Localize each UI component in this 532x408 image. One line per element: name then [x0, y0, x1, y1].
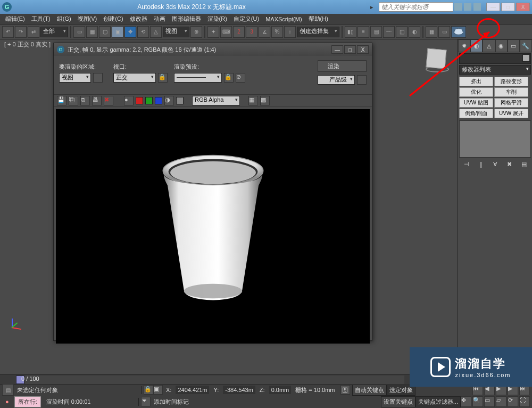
- menu-create[interactable]: 创建(C): [100, 15, 126, 23]
- spinner-snap-icon[interactable]: ↕: [284, 26, 296, 38]
- make-unique-icon[interactable]: ∀: [491, 160, 500, 168]
- tab-create-icon[interactable]: ✸: [458, 39, 470, 52]
- minimize-button[interactable]: —: [486, 3, 500, 11]
- render-production-icon[interactable]: [451, 26, 466, 38]
- nav-maximize-icon[interactable]: ⛶: [519, 396, 530, 407]
- preset-dropdown[interactable]: —————: [174, 73, 222, 83]
- overlay2-icon[interactable]: ▩: [260, 96, 270, 105]
- time-tag-icon[interactable]: ⏷: [141, 397, 151, 406]
- render-min-button[interactable]: —: [331, 45, 343, 54]
- preset-env-icon[interactable]: ⊘: [236, 73, 245, 83]
- undo-icon[interactable]: ↶: [2, 26, 14, 38]
- lock-selection-icon[interactable]: 🔒: [144, 385, 153, 395]
- keyboard-icon[interactable]: ⌨: [220, 26, 232, 38]
- swatch-red[interactable]: [136, 97, 143, 104]
- menu-animation[interactable]: 动画: [151, 15, 169, 23]
- render-titlebar[interactable]: G 正交, 帧 0, 显示 gamma: 2.2, RGBA 颜色 16 位/通…: [54, 43, 372, 56]
- search-icon[interactable]: [454, 3, 462, 11]
- production-dropdown[interactable]: 产品级: [318, 75, 355, 85]
- menu-graph[interactable]: 图形编辑器: [169, 15, 204, 23]
- redo-icon[interactable]: ↷: [15, 26, 27, 38]
- isolate-icon[interactable]: ▣: [153, 385, 163, 395]
- menu-help[interactable]: 帮助(H): [305, 15, 331, 23]
- swatch-green[interactable]: [145, 97, 153, 104]
- menu-customize[interactable]: 自定义(U): [230, 15, 262, 23]
- help-search-input[interactable]: [379, 2, 453, 12]
- nav-zoomext-icon[interactable]: ▭: [484, 396, 495, 407]
- keyfilter-button[interactable]: 关键点过滤器...: [415, 396, 461, 407]
- swatch-mono[interactable]: [176, 97, 184, 104]
- align-icon[interactable]: ≡: [358, 26, 369, 38]
- mod-pathdeform-button[interactable]: 路径变形: [494, 77, 528, 86]
- link-icon[interactable]: ⇄: [28, 26, 39, 38]
- viewcube[interactable]: [420, 45, 452, 77]
- setkey-button[interactable]: 设置关键点: [381, 396, 415, 407]
- render-frame-icon[interactable]: ▭: [438, 26, 450, 38]
- viewport-dropdown[interactable]: 正交: [113, 73, 156, 83]
- scale-icon[interactable]: △: [150, 26, 162, 38]
- mod-lathe-button[interactable]: 车削: [494, 87, 528, 97]
- maximize-button[interactable]: □: [501, 3, 515, 11]
- schematic-icon[interactable]: ◫: [396, 26, 408, 38]
- menu-group[interactable]: 组(G): [54, 15, 74, 23]
- render-button[interactable]: 渲染: [318, 60, 367, 72]
- filter-dropdown[interactable]: 全部: [40, 27, 68, 37]
- move-icon[interactable]: ✥: [124, 26, 136, 38]
- rotate-icon[interactable]: ⟲: [137, 26, 149, 38]
- key-lock-icon[interactable]: ⚿: [340, 385, 350, 395]
- object-name-field[interactable]: [459, 53, 531, 64]
- nav-fov-icon[interactable]: ▱: [496, 396, 506, 407]
- area-edit-icon[interactable]: [93, 73, 103, 83]
- nav-orbit-icon[interactable]: ⟳: [508, 396, 518, 407]
- select-region-icon[interactable]: ▢: [99, 26, 111, 38]
- alpha-icon[interactable]: ◑: [164, 96, 174, 105]
- channel-dropdown[interactable]: RGB Alpha: [192, 96, 240, 105]
- z-field[interactable]: 0.0mm: [269, 386, 292, 394]
- pivot-icon[interactable]: ⊕: [190, 26, 202, 38]
- tab-hierarchy-icon[interactable]: ◬: [483, 39, 495, 52]
- clone-frame-icon[interactable]: ⧉: [80, 96, 90, 105]
- render-max-button[interactable]: □: [344, 45, 356, 54]
- render-setup-icon[interactable]: ▦: [426, 26, 437, 38]
- mod-bevel-button[interactable]: 倒角/剖面: [459, 109, 493, 118]
- add-time-tag[interactable]: 添加时间标记: [151, 398, 192, 406]
- clear-icon[interactable]: ✖: [104, 96, 113, 105]
- tab-modify-icon[interactable]: ◐: [470, 39, 483, 52]
- object-color-swatch[interactable]: [522, 54, 530, 62]
- mod-uvwmap-button[interactable]: UVW 贴图: [459, 98, 493, 108]
- tab-display-icon[interactable]: ▭: [508, 39, 520, 52]
- mod-unwrap-button[interactable]: UVW 展开: [494, 109, 528, 118]
- show-result-icon[interactable]: ‖: [477, 160, 485, 168]
- snap3d-icon[interactable]: 3: [246, 26, 257, 38]
- nav-zoom-icon[interactable]: 🔍: [472, 396, 483, 407]
- snap2d-icon[interactable]: 2: [233, 26, 245, 38]
- curve-editor-icon[interactable]: 〰: [383, 26, 395, 38]
- layers-icon[interactable]: ▤: [370, 26, 382, 38]
- nav-pan-icon[interactable]: ✥: [461, 396, 471, 407]
- autokey-button[interactable]: 自动关键点: [352, 385, 387, 396]
- star-icon[interactable]: [464, 3, 471, 11]
- tab-utilities-icon[interactable]: 🔧: [520, 39, 532, 52]
- material-editor-icon[interactable]: ◐: [409, 26, 420, 38]
- tab-motion-icon[interactable]: ◉: [495, 39, 508, 52]
- preset-lock-icon[interactable]: 🔒: [224, 73, 234, 83]
- channel-rgb-icon[interactable]: ●: [124, 96, 134, 105]
- close-button[interactable]: X: [516, 3, 530, 11]
- menu-maxscript[interactable]: MAXScript(M): [262, 16, 305, 22]
- menu-render[interactable]: 渲染(R): [204, 15, 230, 23]
- script-listener-icon[interactable]: ▤: [2, 384, 14, 396]
- refcoord-dropdown[interactable]: 视图: [163, 27, 189, 37]
- manip-icon[interactable]: ✦: [207, 26, 219, 38]
- snap-angle-icon[interactable]: ∡: [259, 26, 270, 38]
- mod-extrude-button[interactable]: 挤出: [459, 77, 493, 86]
- x-field[interactable]: 2404.421m: [176, 386, 209, 394]
- menu-modifiers[interactable]: 修改器: [127, 15, 151, 23]
- save-image-icon[interactable]: 💾: [57, 96, 66, 105]
- mod-meshsmooth-button[interactable]: 网格平滑: [494, 98, 528, 108]
- pin-stack-icon[interactable]: ⊣: [462, 160, 471, 168]
- copy-image-icon[interactable]: ⿻: [69, 96, 78, 105]
- snap-pct-icon[interactable]: %: [271, 26, 283, 38]
- help-icon[interactable]: [473, 3, 481, 11]
- configure-sets-icon[interactable]: ▤: [520, 160, 528, 168]
- mod-optimize-button[interactable]: 优化: [459, 87, 493, 97]
